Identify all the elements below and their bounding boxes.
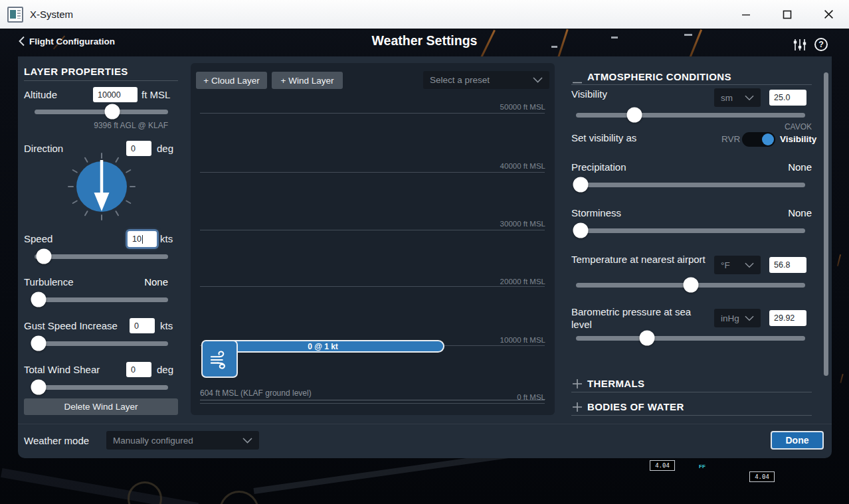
visibility-unit-select[interactable]: sm: [714, 88, 761, 107]
pressure-label: Barometric pressure at sea level: [571, 305, 714, 331]
speed-slider[interactable]: [35, 249, 168, 264]
gust-speed-input[interactable]: 0: [130, 318, 155, 333]
ground-level-line: [200, 400, 545, 400]
slider-knob[interactable]: [639, 331, 654, 346]
altitude-gridline-label: 20000 ft MSL: [500, 278, 545, 286]
slider-track: [35, 297, 168, 302]
slider-knob[interactable]: [573, 223, 588, 238]
altitude-gridline: [200, 113, 545, 114]
visibility-input[interactable]: 25.0: [769, 90, 806, 106]
help-icon: ?: [818, 40, 824, 49]
cockpit-streak: [837, 254, 841, 266]
minimize-icon: [741, 10, 751, 19]
altitude-gridline-label: 50000 ft MSL: [500, 103, 545, 111]
altitude-gridline-label: 10000 ft MSL: [500, 336, 545, 344]
maximize-button[interactable]: [767, 0, 808, 29]
temperature-label: Temperature at nearest airport: [571, 253, 708, 266]
close-button[interactable]: [808, 0, 849, 29]
slider-knob[interactable]: [104, 104, 120, 120]
expand-bodies-of-water-button[interactable]: [573, 402, 582, 414]
weather-mode-select[interactable]: Manually configured: [106, 431, 259, 450]
slider-knob[interactable]: [683, 278, 698, 293]
sliders-icon: [793, 38, 807, 52]
right-panel-scrollbar[interactable]: [824, 72, 828, 376]
altitude-gridline-label: 30000 ft MSL: [500, 220, 545, 228]
turbulence-slider[interactable]: [35, 292, 168, 307]
bodies-of-water-heading[interactable]: BODIES OF WATER: [587, 401, 684, 412]
os-titlebar: X-System: [0, 0, 849, 29]
wind-shear-label: Total Wind Shear: [24, 364, 100, 375]
direction-label: Direction: [24, 143, 63, 154]
gust-speed-slider[interactable]: [35, 336, 168, 351]
screen: 4.04 4.04 FF X-System Flight Configurati…: [0, 0, 849, 504]
visibility-mode-label: Visibility: [780, 134, 816, 144]
thermals-heading[interactable]: THERMALS: [587, 378, 645, 389]
altitude-gridline-label: 40000 ft MSL: [500, 162, 545, 170]
pressure-input[interactable]: 29.92: [769, 310, 806, 326]
pressure-unit: inHg: [721, 313, 739, 323]
add-cloud-layer-button[interactable]: + Cloud Layer: [196, 72, 267, 89]
preset-placeholder: Select a preset: [430, 75, 490, 85]
delete-wind-layer-button[interactable]: Delete Wind Layer: [24, 398, 178, 415]
storminess-slider[interactable]: [576, 223, 805, 238]
temperature-input[interactable]: 56.8: [769, 257, 806, 273]
layers-chart-panel: + Cloud Layer + Wind Layer Select a pres…: [191, 63, 555, 415]
turbulence-value: None: [111, 276, 168, 288]
visibility-unit: sm: [721, 93, 733, 103]
precipitation-slider[interactable]: [576, 177, 805, 192]
chevron-down-icon: [745, 95, 754, 101]
divider: [571, 392, 812, 392]
altitude-gridline: [200, 230, 545, 230]
temperature-slider[interactable]: [576, 278, 805, 292]
cavok-label: CAVOK: [679, 122, 812, 131]
altitude-slider[interactable]: [35, 104, 168, 119]
window-title: X-System: [30, 9, 73, 20]
altitude-value: 10000: [98, 90, 121, 100]
slider-knob[interactable]: [573, 177, 588, 193]
wind-direction-dial[interactable]: [65, 148, 138, 228]
done-button[interactable]: Done: [771, 431, 824, 450]
cockpit-knob: [219, 491, 259, 504]
slider-knob[interactable]: [31, 380, 47, 395]
expand-thermals-button[interactable]: [573, 379, 582, 391]
wind-shear-unit: deg: [157, 364, 173, 375]
divider: [571, 415, 812, 416]
cockpit-streak: [840, 374, 843, 383]
slider-track: [576, 228, 805, 233]
fuel-readout: 4.04: [749, 471, 775, 482]
altitude-input[interactable]: 10000: [93, 87, 138, 102]
wind-layer-handle[interactable]: [201, 340, 238, 378]
set-visibility-as-label: Set visibility as: [571, 132, 636, 143]
altitude-label: Altitude: [24, 89, 57, 100]
slider-track: [576, 336, 805, 341]
ground-level-label: 604 ft MSL (KLAF ground level): [200, 388, 312, 398]
pressure-slider[interactable]: [576, 331, 805, 345]
close-icon: [824, 9, 834, 19]
window-controls: [725, 0, 849, 29]
plus-icon: [573, 402, 582, 412]
slider-track: [35, 385, 168, 390]
chevron-down-icon: [745, 262, 754, 268]
slider-track: [35, 254, 168, 259]
cockpit-glareshield: [1, 468, 199, 504]
wind-shear-input[interactable]: 0: [126, 362, 151, 377]
speed-unit: kts: [160, 233, 173, 244]
slider-knob[interactable]: [37, 249, 52, 264]
storminess-label: Storminess: [571, 207, 621, 218]
minimize-button[interactable]: [725, 0, 767, 29]
wind-shear-slider[interactable]: [35, 380, 168, 394]
slider-knob[interactable]: [626, 108, 642, 123]
storminess-value: None: [745, 207, 812, 218]
add-wind-layer-button[interactable]: + Wind Layer: [272, 72, 343, 89]
advanced-settings-button[interactable]: [793, 38, 807, 54]
visibility-slider[interactable]: [576, 108, 805, 122]
speed-input[interactable]: 10: [128, 231, 157, 247]
help-button[interactable]: ?: [814, 38, 828, 51]
slider-knob[interactable]: [31, 336, 47, 351]
temperature-unit-select[interactable]: °F: [714, 256, 761, 274]
preset-select[interactable]: Select a preset: [423, 71, 549, 89]
layer-properties-heading: LAYER PROPERTIES: [24, 66, 128, 77]
pressure-unit-select[interactable]: inHg: [714, 309, 761, 327]
slider-knob[interactable]: [31, 292, 47, 307]
visibility-mode-toggle[interactable]: [742, 132, 775, 147]
